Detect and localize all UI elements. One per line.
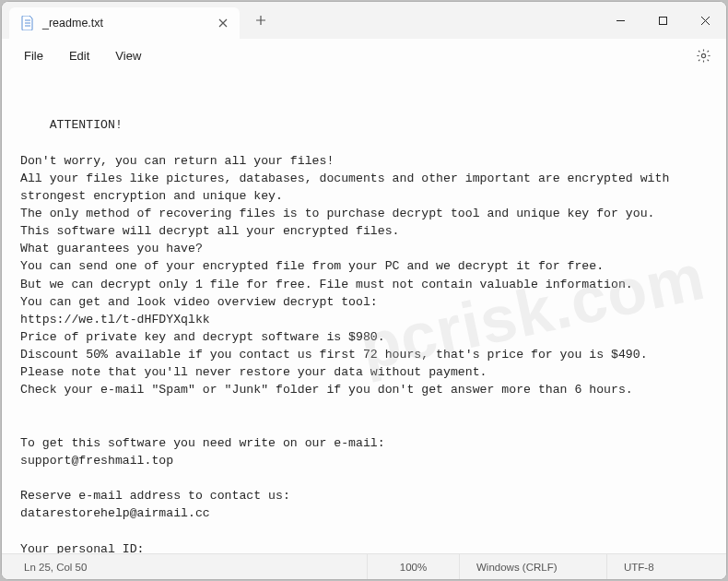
svg-rect-0 (659, 17, 666, 24)
tab-title: _readme.txt (42, 17, 208, 30)
document-text: ATTENTION! Don't worry, you can return a… (20, 118, 676, 553)
tab-active[interactable]: _readme.txt (9, 7, 240, 39)
menu-file[interactable]: File (11, 45, 56, 66)
status-encoding[interactable]: UTF-8 (606, 554, 726, 579)
svg-point-1 (701, 53, 705, 57)
minimize-button[interactable] (599, 2, 641, 39)
new-tab-button[interactable] (247, 6, 275, 34)
settings-button[interactable] (689, 42, 717, 69)
menu-edit[interactable]: Edit (56, 45, 102, 66)
status-zoom[interactable]: 100% (367, 554, 459, 579)
statusbar: Ln 25, Col 50 100% Windows (CRLF) UTF-8 (2, 553, 726, 579)
document-icon (20, 16, 35, 30)
close-button[interactable] (684, 2, 726, 39)
menubar: File Edit View (2, 39, 726, 72)
status-position[interactable]: Ln 25, Col 50 (2, 554, 367, 579)
maximize-button[interactable] (641, 2, 684, 39)
notepad-window: _readme.txt File Edit View (1, 1, 727, 580)
menu-view[interactable]: View (102, 45, 154, 66)
editor-content[interactable]: pcrisk.com ATTENTION! Don't worry, you c… (2, 72, 726, 553)
window-controls (599, 2, 726, 39)
titlebar: _readme.txt (2, 2, 726, 39)
tab-close-button[interactable] (216, 16, 230, 30)
status-eol[interactable]: Windows (CRLF) (459, 554, 606, 579)
